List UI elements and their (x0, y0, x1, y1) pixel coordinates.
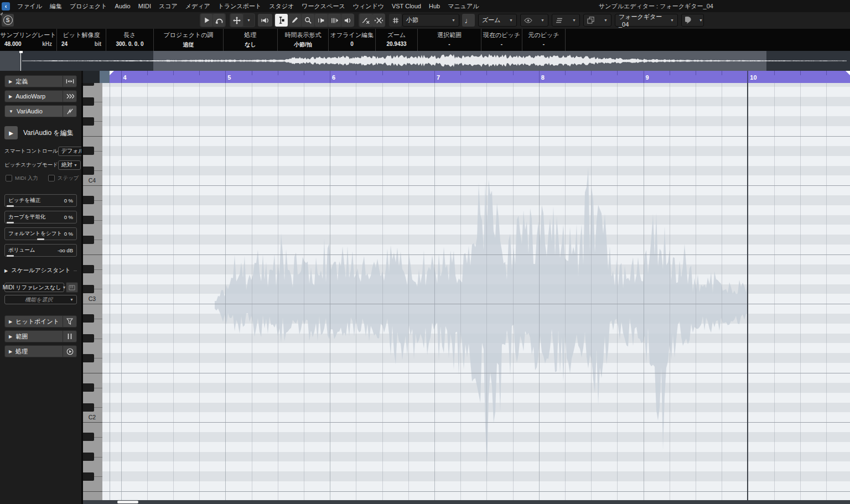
scale-editor-button[interactable] (66, 282, 78, 293)
black-key[interactable] (83, 196, 94, 204)
horizontal-scrollbar-thumb[interactable] (117, 501, 138, 503)
menu-item[interactable]: Audio (115, 3, 131, 9)
menu-item[interactable]: Hub (429, 3, 440, 9)
slider-カーブを平坦化[interactable]: カーブを平坦化0 % (4, 211, 77, 224)
section-icon-area[interactable] (63, 346, 76, 357)
slider-handle[interactable] (37, 238, 44, 240)
info-field-length[interactable]: 長さ300. 0. 0. 0 (106, 29, 154, 51)
menu-item[interactable]: スコア (159, 2, 178, 11)
section-icon-area[interactable] (63, 331, 76, 342)
info-field-bit-depth[interactable]: ビット解像度24bit (57, 29, 106, 51)
black-key[interactable] (83, 97, 94, 106)
section-icon-area[interactable] (63, 91, 76, 102)
overview-position-marker[interactable] (20, 51, 21, 71)
black-key[interactable] (83, 147, 94, 155)
black-key[interactable] (83, 403, 94, 412)
auto-scroll-button[interactable] (231, 14, 243, 27)
ruler-bar-area[interactable] (110, 71, 850, 83)
black-key[interactable] (83, 354, 94, 362)
info-field-process[interactable]: 処理なし (224, 29, 278, 51)
info-field-sample-rate[interactable]: サンプリングレート48.000kHz (0, 29, 57, 51)
variaudio-edit-button[interactable]: ▶ (4, 126, 18, 139)
slider-ピッチを補正[interactable]: ピッチを補正0 % (4, 194, 77, 207)
menu-item[interactable]: ファイル (17, 2, 42, 11)
black-key[interactable] (83, 285, 94, 293)
select-function-dropdown[interactable]: 機能を選択 ▼ (4, 295, 77, 304)
black-key[interactable] (83, 216, 94, 224)
section-icon-area[interactable] (63, 106, 76, 117)
menu-item[interactable]: 編集 (50, 2, 62, 11)
section-header-処理[interactable]: ▶処理 (4, 345, 77, 357)
waveform-overview[interactable] (0, 51, 850, 71)
menu-item[interactable]: メディア (185, 2, 210, 11)
split-segments-button[interactable] (372, 14, 385, 27)
black-key[interactable] (83, 167, 94, 175)
info-field-time-format[interactable]: 時間表示形式小節/拍 (278, 29, 329, 51)
playback-tool-button[interactable] (315, 14, 328, 27)
windows-dropdown[interactable]: ▼ (583, 14, 611, 27)
audition-loop-button[interactable] (213, 14, 225, 27)
menu-item[interactable]: スタジオ (269, 2, 294, 11)
visibility-dropdown[interactable]: ▼ (520, 14, 548, 27)
info-field-selection-range[interactable]: 選択範囲- (418, 29, 481, 51)
grid-type-dropdown[interactable]: 小節▼ (402, 14, 459, 27)
midi-reference-dropdown[interactable]: MIDI リファレンスなし ▼ (4, 283, 64, 292)
scrub-tool-button[interactable] (328, 14, 341, 27)
info-field-original-pitch[interactable]: 元のピッチ- (522, 29, 566, 51)
range-selection-tool-button[interactable] (275, 14, 288, 27)
overview-marker-handle[interactable] (19, 51, 23, 53)
black-key[interactable] (83, 236, 94, 244)
clip-select-dropdown[interactable]: フォークギター_04▼ (615, 14, 678, 27)
black-key[interactable] (83, 314, 94, 323)
piano-keyboard[interactable]: C4C3C2 (83, 83, 102, 500)
menu-item[interactable]: MIDI (138, 3, 151, 9)
slider-handle[interactable] (7, 222, 14, 224)
info-field-zoom[interactable]: ズーム20.9433 (376, 29, 418, 51)
menu-item[interactable]: ワークスペース (302, 2, 345, 11)
section-icon-area[interactable] (63, 76, 76, 87)
info-field-offline-edits[interactable]: オフライン編集0 (329, 29, 376, 51)
layers-dropdown[interactable]: ▼ (552, 14, 580, 27)
section-header-VariAudio[interactable]: ▼VariAudio (4, 105, 77, 117)
menu-item[interactable]: VST Cloud (392, 3, 421, 9)
section-header-AudioWarp[interactable]: ▶AudioWarp (4, 90, 77, 102)
comments-dropdown[interactable]: ▼ (681, 14, 704, 27)
menu-item[interactable]: ウィンドウ (353, 2, 384, 11)
info-field-current-pitch[interactable]: 現在のピッチ- (481, 29, 522, 51)
black-key[interactable] (83, 453, 94, 461)
snap-grid-button[interactable] (389, 14, 402, 27)
snap-pitch-button[interactable] (360, 14, 372, 27)
play-button[interactable] (201, 14, 212, 27)
slider-ボリューム[interactable]: ボリューム-oo dB (4, 244, 77, 257)
param-dropdown[interactable]: 絶対▼ (58, 160, 81, 170)
slider-handle[interactable] (7, 205, 14, 207)
menu-item[interactable]: プロジェクト (70, 2, 107, 11)
black-key[interactable] (83, 334, 94, 342)
scale-assistant-header[interactable]: ▶ スケールアシスタント (4, 267, 77, 274)
slider-フォルマントをシフト[interactable]: フォルマントをシフト0 % (4, 227, 77, 240)
volume-tool-button[interactable] (341, 14, 354, 27)
menu-item[interactable]: トランスポート (218, 2, 262, 11)
black-key[interactable] (83, 83, 94, 86)
section-header-定義[interactable]: ▶定義 (4, 75, 77, 87)
checkbox[interactable] (48, 175, 55, 181)
black-key[interactable] (83, 433, 94, 441)
timeline-ruler[interactable]: 45678910 (83, 71, 850, 83)
section-header-範囲[interactable]: ▶範囲 (4, 330, 77, 342)
draw-tool-button[interactable] (288, 14, 301, 27)
back-icon[interactable]: ‹ (2, 2, 10, 11)
menu-item[interactable]: マニュアル (448, 2, 479, 11)
zoom-preset-dropdown[interactable]: ズーム▼ (478, 14, 517, 27)
info-field-project-key[interactable]: プロジェクトの調追従 (154, 29, 224, 51)
pitch-grid[interactable] (102, 83, 850, 500)
black-key[interactable] (83, 472, 94, 481)
checkbox[interactable] (6, 175, 12, 181)
steinberg-setup-button[interactable]: S (2, 14, 14, 27)
black-key[interactable] (83, 265, 94, 273)
section-header-ヒットポイント[interactable]: ▶ヒットポイント (4, 315, 77, 328)
slider-handle[interactable] (7, 255, 14, 257)
quantize-note-button[interactable]: ♩ (462, 14, 475, 27)
zoom-tool-button[interactable] (302, 14, 314, 27)
acoustic-feedback-button[interactable] (258, 14, 272, 27)
section-icon-area[interactable] (63, 316, 76, 327)
